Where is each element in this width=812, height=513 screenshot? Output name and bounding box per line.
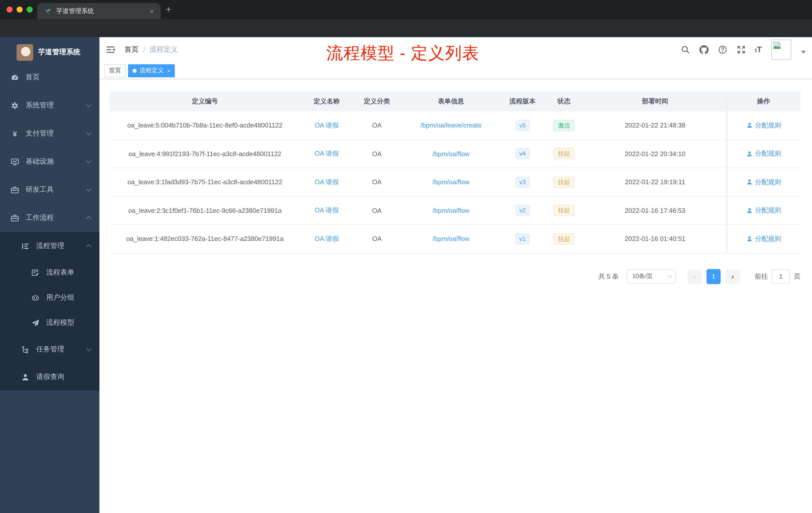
definition-name-link[interactable]: OA 请假: [315, 178, 339, 187]
tag-label: 首页: [109, 66, 121, 75]
macos-close-button[interactable]: [6, 6, 12, 12]
user-avatar[interactable]: [771, 40, 791, 60]
monitor-icon: [10, 157, 19, 166]
submenu-工作流程: 流程管理流程表单用户分组流程模型任务管理请假查询: [0, 232, 99, 391]
sidebar-item-label: 研发工具: [26, 185, 54, 194]
form-link[interactable]: /bpm/oa/flow: [432, 150, 469, 158]
breadcrumb: 首页 / 流程定义: [124, 45, 178, 54]
category-value: OA: [372, 235, 382, 243]
tag-close-icon[interactable]: ×: [167, 67, 171, 73]
definition-id: oa_leave:5:004b710b-7b8a-11ec-8ef0-acde4…: [127, 122, 283, 129]
cell-definition-id: oa_leave:3:1fad3d93-7b75-11ec-a3c8-acde4…: [110, 168, 300, 196]
page-number-button[interactable]: 1: [706, 269, 721, 284]
gear-icon: [10, 101, 19, 110]
fullscreen-icon[interactable]: [736, 45, 746, 54]
breadcrumb-home[interactable]: 首页: [124, 45, 139, 54]
cell-definition-name: OA 请假: [300, 140, 353, 168]
version-badge: v4: [516, 148, 529, 159]
sidebar-item-流程模型[interactable]: 流程模型: [0, 310, 99, 335]
category-value: OA: [372, 178, 382, 186]
chevron-down-icon: [86, 158, 91, 163]
assign-rule-label: 分配规则: [755, 149, 781, 158]
help-question-icon[interactable]: [718, 45, 727, 54]
sidebar-item-label: 支付管理: [26, 129, 54, 138]
macos-zoom-button[interactable]: [27, 6, 33, 12]
sidebar-item-流程表单[interactable]: 流程表单: [0, 260, 99, 285]
robot-icon: [31, 293, 40, 302]
github-icon[interactable]: [699, 45, 708, 54]
favicon-plant-icon: [44, 7, 52, 15]
tag-流程定义[interactable]: 流程定义×: [128, 64, 175, 77]
assign-rule-link[interactable]: 分配规则: [746, 121, 781, 130]
column-header-定义分类: 定义分类: [353, 91, 401, 112]
new-tab-button[interactable]: +: [166, 4, 171, 15]
list-icon: [21, 242, 30, 250]
app-logo-avatar: [17, 44, 33, 60]
definition-name-link[interactable]: OA 请假: [315, 234, 339, 243]
sidebar-menu: 首页系统管理¥支付管理基础设施研发工具工作流程流程管理流程表单用户分组流程模型任…: [0, 63, 99, 391]
search-icon[interactable]: [681, 45, 690, 54]
sidebar-item-基础设施[interactable]: 基础设施: [0, 148, 99, 176]
sidebar-item-label: 系统管理: [26, 101, 54, 110]
chevron-down-icon: [667, 273, 672, 278]
definition-name-link[interactable]: OA 请假: [315, 206, 339, 215]
tags-view-bar: 首页流程定义×: [99, 62, 812, 79]
form-link[interactable]: /bpm/oa/leave/create: [420, 122, 482, 129]
prev-page-button[interactable]: ‹: [688, 269, 701, 283]
goto-page-input[interactable]: [772, 269, 790, 283]
version-badge: v3: [516, 177, 529, 188]
avatar-caret-icon[interactable]: [801, 51, 806, 54]
user-icon: [746, 179, 753, 185]
font-size-icon[interactable]: tT: [755, 45, 762, 54]
assign-rule-label: 分配规则: [755, 178, 781, 187]
cell-deploy-time: 2022-01-22 20:34:10: [584, 140, 726, 168]
sidebar-logo-row[interactable]: 芋道管理系统: [0, 41, 99, 63]
assign-rule-link[interactable]: 分配规则: [746, 234, 781, 243]
deploy-time: 2022-01-22 19:19:11: [625, 178, 685, 186]
assign-rule-link[interactable]: 分配规则: [746, 149, 781, 158]
assign-rule-link[interactable]: 分配规则: [746, 206, 781, 215]
sidebar-item-首页[interactable]: 首页: [0, 63, 99, 91]
cell-version: v5: [501, 112, 544, 139]
macos-minimize-button[interactable]: [17, 6, 23, 12]
tag-首页[interactable]: 首页: [105, 64, 125, 77]
sidebar-item-研发工具[interactable]: 研发工具: [0, 176, 99, 204]
sidebar-item-支付管理[interactable]: ¥支付管理: [0, 119, 99, 148]
version-badge: v1: [516, 233, 529, 244]
browser-tab[interactable]: 芋道管理系统 ×: [37, 3, 161, 19]
table-body: oa_leave:5:004b710b-7b8a-11ec-8ef0-acde4…: [110, 112, 801, 253]
assign-rule-link[interactable]: 分配规则: [746, 178, 781, 187]
next-page-button[interactable]: ›: [726, 269, 740, 283]
send-icon: [31, 319, 40, 327]
cell-deploy-time: 2022-01-22 21:48:38: [584, 112, 726, 139]
sidebar-item-流程管理[interactable]: 流程管理: [0, 232, 99, 260]
form-link[interactable]: /bpm/oa/flow: [432, 235, 469, 243]
form-link[interactable]: /bpm/oa/flow: [432, 178, 469, 186]
user-icon: [746, 151, 753, 157]
definition-name-link[interactable]: OA 请假: [315, 121, 339, 130]
sidebar-item-用户分组[interactable]: 用户分组: [0, 285, 99, 310]
sidebar-item-工作流程[interactable]: 工作流程: [0, 204, 99, 232]
sidebar-item-请假查询[interactable]: 请假查询: [0, 363, 99, 391]
form-link[interactable]: /bpm/oa/flow: [432, 207, 469, 214]
column-header-状态: 状态: [544, 91, 584, 112]
tab-close-icon[interactable]: ×: [148, 7, 156, 15]
cell-definition-name: OA 请假: [300, 225, 353, 253]
column-header-部署时间: 部署时间: [584, 91, 726, 112]
chevron-down-icon: [86, 346, 91, 351]
sidebar-item-任务管理[interactable]: 任务管理: [0, 335, 99, 363]
definition-name-link[interactable]: OA 请假: [315, 149, 339, 158]
page-size-select[interactable]: 10条/页: [627, 269, 675, 283]
table-header-row: 定义编号定义名称定义分类表单信息流程版本状态部署时间操作: [110, 91, 801, 112]
dashboard-icon: [10, 73, 19, 82]
sidebar-item-label: 流程管理: [36, 241, 64, 250]
cell-status: 挂起: [544, 168, 584, 196]
navbar-actions: tT: [681, 40, 812, 60]
status-badge: 挂起: [553, 233, 575, 244]
toolbox-icon: [10, 214, 19, 222]
hamburger-icon[interactable]: [106, 45, 116, 55]
main-area: 首页 / 流程定义 tT: [99, 37, 812, 513]
cell-deploy-time: 2022-01-16 01:40:51: [584, 225, 726, 253]
sidebar-item-系统管理[interactable]: 系统管理: [0, 91, 99, 119]
cell-actions: 分配规则: [726, 140, 801, 168]
